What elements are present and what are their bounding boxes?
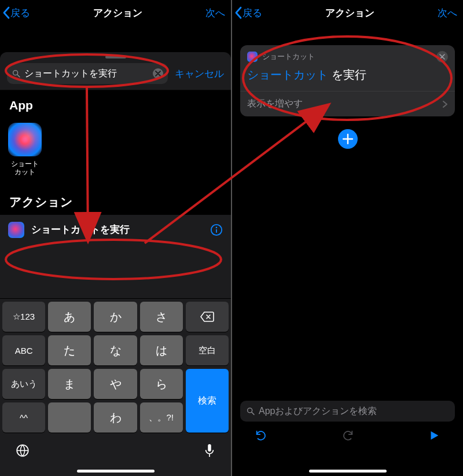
- shortcuts-app-icon: [8, 123, 42, 156]
- play-icon: [428, 429, 440, 442]
- home-indicator[interactable]: [309, 470, 387, 473]
- action-row-run-shortcut[interactable]: ショートカットを実行: [0, 215, 231, 245]
- key-ha[interactable]: は: [140, 335, 183, 365]
- svg-rect-6: [208, 444, 211, 452]
- key-ta[interactable]: た: [48, 335, 91, 365]
- sheet-grabber[interactable]: [105, 56, 126, 58]
- info-icon[interactable]: [210, 224, 223, 236]
- svg-rect-4: [216, 229, 217, 232]
- close-icon: [439, 54, 445, 60]
- cancel-button[interactable]: キャンセル: [175, 67, 224, 80]
- key-na[interactable]: な: [94, 335, 137, 365]
- key-kana[interactable]: あいう: [2, 369, 45, 399]
- key-wa[interactable]: わ: [94, 402, 137, 433]
- key-punct[interactable]: 、。?!: [140, 402, 183, 433]
- search-icon: [246, 407, 255, 416]
- action-card-run-shortcut[interactable]: ショートカット ショートカット を実行 表示を増やす: [240, 45, 455, 116]
- right-screenshot: 戻る アクション 次へ ショートカット ショートカット を実行 表示を増やす A…: [232, 0, 463, 476]
- key-face[interactable]: ^^: [2, 402, 45, 433]
- back-button[interactable]: 戻る: [234, 6, 262, 20]
- show-more-row[interactable]: 表示を増やす: [240, 91, 455, 116]
- search-placeholder: Appおよびアクションを検索: [259, 405, 377, 418]
- run-text: を実行: [332, 67, 366, 83]
- section-actions-label: アクション: [0, 186, 231, 215]
- chevron-left-icon: [234, 6, 242, 19]
- redo-button: [340, 427, 356, 444]
- shortcuts-mini-icon: [247, 52, 258, 62]
- card-header-label: ショートカット: [262, 52, 315, 62]
- search-icon: [12, 69, 21, 78]
- run-button[interactable]: [426, 427, 442, 444]
- search-input[interactable]: [24, 68, 149, 79]
- globe-icon[interactable]: [15, 443, 30, 458]
- svg-line-1: [17, 75, 20, 77]
- toolbar: [240, 422, 455, 444]
- apps-strip: ショートカット: [0, 117, 231, 186]
- close-icon: [155, 71, 161, 76]
- key-ya[interactable]: や: [94, 369, 137, 399]
- back-button[interactable]: 戻る: [2, 6, 30, 20]
- key-sa[interactable]: さ: [140, 302, 183, 332]
- svg-point-3: [216, 226, 218, 228]
- keyboard[interactable]: ☆123 あ か さ ABC た な は 空白 あいう ま や ら 検索: [0, 298, 231, 476]
- back-label: 戻る: [242, 6, 262, 20]
- mic-icon[interactable]: [203, 443, 216, 458]
- key-a[interactable]: あ: [48, 302, 91, 332]
- action-picker-sheet: キャンセル App ショートカット アクション ショートカットを実行 ☆123 …: [0, 52, 231, 476]
- action-card-header: ショートカット: [240, 45, 455, 63]
- next-button[interactable]: 次へ: [438, 6, 457, 20]
- navbar: 戻る アクション 次へ: [232, 0, 463, 25]
- page-title: アクション: [93, 6, 142, 20]
- undo-button[interactable]: [253, 427, 269, 444]
- section-app-label: App: [0, 90, 231, 117]
- app-tile-shortcuts[interactable]: ショートカット: [2, 117, 47, 186]
- search-row: キャンセル: [0, 63, 231, 90]
- redo-icon: [341, 429, 354, 442]
- search-pill[interactable]: Appおよびアクションを検索: [240, 401, 455, 422]
- navbar: 戻る アクション 次へ: [0, 0, 231, 25]
- action-label: ショートカットを実行: [31, 223, 203, 236]
- undo-icon: [255, 429, 267, 442]
- remove-action-button[interactable]: [436, 51, 448, 63]
- key-backspace[interactable]: [186, 302, 229, 332]
- page-title: アクション: [325, 6, 374, 20]
- search-field[interactable]: [7, 63, 168, 84]
- action-card-body[interactable]: ショートカット を実行: [240, 63, 455, 91]
- svg-line-9: [252, 412, 254, 415]
- bottom-bar: Appおよびアクションを検索: [232, 401, 463, 451]
- app-name: ショートカット: [11, 160, 39, 177]
- back-label: 戻る: [10, 6, 30, 20]
- show-more-label: 表示を増やす: [247, 98, 303, 110]
- home-indicator[interactable]: [77, 470, 155, 473]
- svg-point-8: [248, 408, 252, 413]
- key-ka[interactable]: か: [94, 302, 137, 332]
- chevron-left-icon: [2, 6, 10, 19]
- shortcuts-mini-icon: [8, 222, 24, 238]
- keyboard-bottom-row: [2, 436, 229, 462]
- key-abc[interactable]: ABC: [2, 335, 45, 365]
- left-screenshot: 戻る アクション 次へ キャンセル App ショートカット: [0, 0, 232, 476]
- key-space[interactable]: 空白: [186, 335, 229, 365]
- shortcut-variable-token[interactable]: ショートカット: [247, 67, 328, 83]
- key-blank[interactable]: [48, 402, 91, 433]
- key-num[interactable]: ☆123: [2, 302, 45, 332]
- add-action-button[interactable]: [338, 129, 358, 149]
- backspace-icon: [200, 311, 215, 323]
- chevron-right-icon: [442, 100, 448, 108]
- actions-list: ショートカットを実行: [0, 215, 231, 245]
- key-ma[interactable]: ま: [48, 369, 91, 399]
- clear-search-button[interactable]: [153, 68, 163, 79]
- next-button[interactable]: 次へ: [205, 6, 225, 20]
- key-ra[interactable]: ら: [140, 369, 183, 399]
- plus-icon: [343, 134, 353, 144]
- svg-point-0: [13, 71, 18, 75]
